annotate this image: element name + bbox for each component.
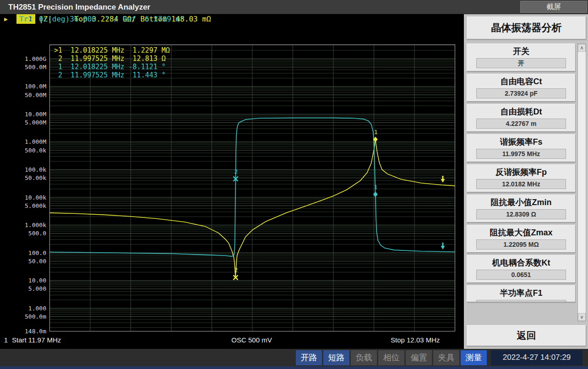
- screenshot-button[interactable]: 截屏: [520, 1, 587, 13]
- svg-text:>1 12.018225 MHz 1.2297 MΩ: >1 12.018225 MHz 1.2297 MΩ: [54, 46, 170, 54]
- svg-text:1.000M: 1.000M: [25, 138, 46, 145]
- param-value: 11.9975 MHz: [476, 149, 566, 159]
- sidebar-scroll-region: 开关 开 自由电容Ct 2.73924 pF 自由损耗Dt 4.22767 m …: [467, 43, 586, 321]
- sidebar-panel: 晶体振荡器分析 开关 开 自由电容Ct 2.73924 pF 自由损耗Dt 4.…: [464, 14, 588, 349]
- param-value: 开: [476, 58, 566, 68]
- svg-text:1 12.018225 MHz -8.1121 °: 1 12.018225 MHz -8.1121 °: [54, 63, 166, 71]
- param-label: 阻抗最小值Zmin: [470, 196, 572, 209]
- svg-text:500.0m: 500.0m: [25, 313, 46, 320]
- sidebar-item-free-capacitance-ct[interactable]: 自由电容Ct 2.73924 pF: [467, 74, 576, 102]
- svg-text:10.00: 10.00: [28, 277, 46, 284]
- app-title: TH2851 Precision Impedance Analyzer: [8, 0, 150, 14]
- param-label: 谐振频率Fs: [470, 136, 572, 148]
- param-label: 自由电容Ct: [470, 76, 572, 88]
- sidebar-items: 开关 开 自由电容Ct 2.73924 pF 自由损耗Dt 4.22767 m …: [467, 43, 576, 321]
- stop-frequency-label: Stop 12.03 MHz: [363, 336, 464, 344]
- sidebar-title: 晶体振荡器分析: [467, 16, 586, 39]
- param-label: 自由损耗Dt: [470, 106, 572, 118]
- svg-text:100.0: 100.0: [28, 250, 46, 256]
- param-value: 4.22767 m: [476, 119, 566, 129]
- scroll-down-icon[interactable]: ∨: [578, 313, 586, 321]
- load-button[interactable]: 负载: [351, 350, 377, 365]
- svg-text:2 11.997525 MHz 11.443 °: 2 11.997525 MHz 11.443 °: [54, 71, 166, 79]
- param-label: 反谐振频率Fp: [470, 166, 572, 179]
- sidebar-item-free-loss-dt[interactable]: 自由损耗Dt 4.22767 m: [467, 104, 576, 132]
- back-button[interactable]: 返回: [467, 325, 586, 346]
- trace-indicator-arrow-icon: [441, 176, 445, 183]
- svg-text:2 11.997525 MHz 12.813 Ω: 2 11.997525 MHz 12.813 Ω: [54, 54, 166, 63]
- sidebar-item-zmin[interactable]: 阻抗最小值Zmin 12.8309 Ω: [467, 195, 576, 222]
- bias-button[interactable]: 偏置: [406, 350, 432, 365]
- param-value: [476, 300, 566, 302]
- svg-text:100.0M: 100.0M: [25, 83, 46, 90]
- graph-area: ▶ Tr1 |Z| Top 3.2284 GΩ/ Bottom 148.03 m…: [0, 14, 464, 349]
- param-value: 2.73924 pF: [476, 88, 566, 98]
- param-label: 开关: [470, 45, 572, 58]
- trace2-info-line: Tr2 θz(deg)36.000 ° / Ref 6.3709 m°: [0, 14, 185, 24]
- svg-text:500.0k: 500.0k: [25, 147, 46, 154]
- param-label: 机电耦合系数Kt: [470, 257, 572, 269]
- open-circuit-button[interactable]: 开路: [296, 350, 322, 365]
- sidebar-item-switch[interactable]: 开关 开: [467, 43, 576, 71]
- channel-indicator: 1: [0, 336, 12, 344]
- osc-level-label: OSC 500 mV: [140, 336, 363, 344]
- param-label: 半功率点F1: [470, 287, 572, 299]
- param-value: 0.0651: [476, 270, 566, 280]
- param-label: 阻抗最大值Zmax: [470, 227, 572, 239]
- marker-label: 2: [234, 168, 238, 175]
- trace2-badge[interactable]: Tr2: [16, 14, 35, 24]
- svg-text:500.0: 500.0: [28, 230, 46, 237]
- title-bar: TH2851 Precision Impedance Analyzer 截屏: [0, 0, 588, 14]
- svg-text:1.000k: 1.000k: [25, 222, 46, 228]
- svg-text:50.00M: 50.00M: [25, 92, 46, 98]
- svg-text:5.000k: 5.000k: [25, 202, 46, 209]
- trace2-scale-text: θz(deg)36.000 ° / Ref 6.3709 m°: [39, 15, 185, 23]
- svg-text:5.000M: 5.000M: [25, 119, 46, 126]
- svg-text:50.00k: 50.00k: [25, 174, 46, 181]
- trace-indicator-arrow-icon: [441, 243, 445, 250]
- impedance-chart: 1.000G500.0M100.0M50.00M10.00M5.000M1.00…: [0, 43, 464, 336]
- param-value: 12.8309 Ω: [476, 209, 566, 219]
- main-area: ▶ Tr1 |Z| Top 3.2284 GΩ/ Bottom 148.03 m…: [0, 14, 588, 349]
- param-value: 1.22095 MΩ: [476, 239, 566, 250]
- fixture-button[interactable]: 夹具: [433, 350, 459, 365]
- y-axis-tick-labels: 1.000G500.0M100.0M50.00M10.00M5.000M1.00…: [25, 55, 46, 335]
- svg-text:1.000G: 1.000G: [25, 55, 46, 62]
- measure-button[interactable]: 测量: [461, 350, 487, 365]
- x-axis-labels: 1 Start 11.97 MHz OSC 500 mV Stop 12.03 …: [0, 334, 464, 346]
- sidebar-item-half-power-point-f1[interactable]: 半功率点F1: [467, 285, 576, 302]
- marker-label: 1: [374, 129, 378, 136]
- marker-label: 2: [234, 266, 238, 273]
- marker-label: 1: [374, 184, 378, 190]
- svg-text:50.00: 50.00: [28, 258, 46, 265]
- bottom-accent-strip: [0, 366, 588, 369]
- sidebar-scrollbar[interactable]: ∧ ∨: [577, 43, 586, 321]
- trace-info: ▶ Tr1 |Z| Top 3.2284 GΩ/ Bottom 148.03 m…: [0, 14, 464, 43]
- svg-text:1.000: 1.000: [28, 305, 46, 312]
- svg-text:10.00k: 10.00k: [25, 194, 46, 201]
- bottom-bar: 开路 短路 负载 相位 偏置 夹具 测量 2022-4-27 14:07:29: [0, 349, 588, 366]
- svg-text:500.0M: 500.0M: [25, 64, 46, 71]
- sidebar-item-coupling-coefficient-kt[interactable]: 机电耦合系数Kt 0.0651: [467, 255, 576, 283]
- scroll-up-icon[interactable]: ∧: [578, 44, 586, 52]
- sidebar-item-zmax[interactable]: 阻抗最大值Zmax 1.22095 MΩ: [467, 225, 576, 253]
- short-circuit-button[interactable]: 短路: [323, 350, 349, 365]
- marker-readout: >1 12.018225 MHz 1.2297 MΩ 2 11.997525 M…: [54, 46, 170, 79]
- instrument-screen: TH2851 Precision Impedance Analyzer 截屏 ▶…: [0, 0, 588, 369]
- plot-grid: [50, 45, 455, 331]
- clock-display: 2022-4-27 14:07:29: [491, 350, 583, 365]
- svg-text:100.0k: 100.0k: [25, 166, 46, 173]
- phase-button[interactable]: 相位: [378, 350, 404, 365]
- svg-text:10.00M: 10.00M: [25, 111, 46, 118]
- svg-text:5.000: 5.000: [28, 285, 46, 292]
- scrollbar-track[interactable]: [578, 52, 586, 313]
- param-value: 12.0182 MHz: [476, 179, 566, 189]
- start-frequency-label: Start 11.97 MHz: [12, 336, 140, 344]
- sidebar-item-antiresonant-frequency-fp[interactable]: 反谐振频率Fp 12.0182 MHz: [467, 164, 576, 192]
- sidebar-item-resonant-frequency-fs[interactable]: 谐振频率Fs 11.9975 MHz: [467, 134, 576, 162]
